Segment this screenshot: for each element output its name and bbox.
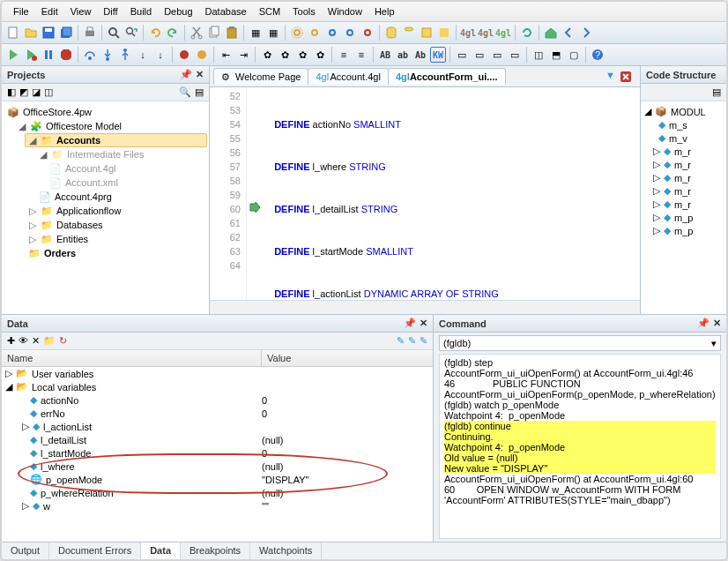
tree-item1-icon[interactable]: ◧: [7, 86, 16, 98]
stop-icon[interactable]: [58, 47, 74, 63]
add-watch-icon[interactable]: ✚: [7, 335, 15, 347]
close-panel-icon[interactable]: ✕: [713, 318, 721, 329]
var-name[interactable]: actionNo: [41, 395, 78, 406]
layout2-icon[interactable]: ▭: [472, 47, 487, 63]
home-icon[interactable]: [543, 25, 559, 41]
collapse-icon[interactable]: ◢: [39, 149, 48, 161]
step-out-icon[interactable]: [117, 47, 133, 63]
command-input[interactable]: (fgldb)▾: [439, 335, 721, 351]
menu-build[interactable]: Build: [124, 4, 158, 19]
gear-icon[interactable]: [289, 25, 305, 41]
menu-window[interactable]: Window: [322, 4, 368, 19]
menu-tools[interactable]: Tools: [286, 4, 322, 19]
expand-icon[interactable]: ▷: [653, 185, 660, 197]
code-body[interactable]: DEFINE actionNo SMALLINT DEFINE l_where …: [263, 87, 640, 300]
tree-item4-icon[interactable]: ◫: [44, 86, 53, 98]
pin-icon[interactable]: 📌: [697, 318, 709, 329]
var-name[interactable]: l_startMode: [41, 448, 91, 459]
expand-icon[interactable]: ▷: [28, 234, 37, 245]
btab-output[interactable]: Output: [2, 542, 49, 559]
tree-item2-icon[interactable]: ◩: [19, 86, 28, 98]
tree-folder-3[interactable]: Orders: [44, 248, 76, 258]
compile-icon[interactable]: ▦: [248, 25, 264, 41]
struct-item[interactable]: m_v: [669, 133, 687, 144]
expand-icon[interactable]: ▷: [653, 172, 660, 183]
var-name[interactable]: l_actionList: [43, 422, 92, 432]
layout1-icon[interactable]: ▭: [454, 47, 470, 63]
var-value[interactable]: "": [262, 501, 429, 512]
bookmark-icon[interactable]: ✿: [259, 47, 275, 63]
struct-filter-icon[interactable]: ▤: [712, 86, 721, 98]
gear4-icon[interactable]: [342, 25, 358, 41]
prev-icon[interactable]: [561, 25, 576, 41]
close-panel-icon[interactable]: ✕: [196, 69, 204, 80]
db4-icon[interactable]: [436, 25, 452, 41]
menu-edit[interactable]: Edit: [35, 4, 64, 19]
paste-icon[interactable]: [224, 25, 240, 41]
menu-view[interactable]: View: [64, 4, 98, 19]
btab-breakpoints[interactable]: Breakpoints: [181, 542, 250, 559]
save-icon[interactable]: [41, 25, 56, 41]
var-value[interactable]: (null): [262, 488, 429, 498]
expand-icon[interactable]: ▷: [653, 159, 660, 170]
layout3-icon[interactable]: ▭: [489, 47, 505, 63]
4gl2-badge-icon[interactable]: 4gl: [478, 25, 494, 41]
bookmark-next-icon[interactable]: ✿: [294, 47, 310, 63]
indent-icon[interactable]: ⇥: [235, 47, 251, 63]
struct-item[interactable]: m_p: [674, 213, 693, 223]
var-name[interactable]: l_where: [41, 461, 75, 472]
data-grid[interactable]: ▷📂User variables ◢📂Local variables ◆acti…: [2, 367, 433, 542]
struct-root[interactable]: MODUL: [671, 107, 706, 117]
delete-watch-icon[interactable]: ✕: [32, 335, 40, 347]
collapse-icon[interactable]: ◢: [5, 381, 12, 393]
tab-close-all-icon[interactable]: [619, 70, 633, 84]
bookmark-prev-icon[interactable]: ✿: [277, 47, 293, 63]
btab-doc-errors[interactable]: Document Errors: [49, 542, 141, 559]
tree-model[interactable]: Officestore Model: [46, 121, 122, 131]
new-file-icon[interactable]: [5, 25, 21, 41]
close-panel-icon[interactable]: ✕: [420, 318, 427, 329]
btab-watchpoints[interactable]: Watchpoints: [250, 542, 322, 559]
pin-icon[interactable]: 📌: [404, 318, 416, 329]
find-icon[interactable]: [106, 25, 122, 41]
copy-icon[interactable]: [206, 25, 222, 41]
tool3-icon[interactable]: ✎: [420, 335, 427, 347]
tree-accounts[interactable]: Accounts: [56, 135, 100, 146]
run-icon[interactable]: [5, 47, 21, 63]
expand-icon[interactable]: ▷: [653, 198, 660, 210]
tool2-icon[interactable]: ✎: [408, 335, 416, 347]
struct-item[interactable]: m_p: [674, 226, 693, 236]
redo-icon[interactable]: [165, 25, 181, 41]
collapse-icon[interactable]: ◢: [18, 121, 26, 132]
struct-item[interactable]: m_r: [674, 160, 691, 170]
var-name[interactable]: errNo: [41, 408, 65, 419]
outdent-icon[interactable]: ⇤: [218, 47, 234, 63]
var-value[interactable]: (null): [262, 435, 429, 445]
tree-gear-icon[interactable]: ▤: [195, 86, 204, 98]
var-value[interactable]: 0: [262, 395, 429, 406]
layout4-icon[interactable]: ▭: [507, 47, 523, 63]
tree-folder-0[interactable]: Applicationflow: [56, 206, 121, 216]
tab-accountform[interactable]: 4glAccountForm_ui....: [388, 68, 506, 85]
find-next-icon[interactable]: [123, 25, 139, 41]
ab-mix-button[interactable]: Ab: [412, 47, 428, 63]
step-over-icon[interactable]: [82, 47, 98, 63]
var-name[interactable]: l_detailList: [41, 435, 86, 445]
help-icon[interactable]: ?: [590, 47, 605, 63]
tree-int-file-0[interactable]: Account.4gl: [65, 163, 115, 174]
folder2-icon[interactable]: 📁: [43, 335, 56, 347]
code-editor[interactable]: 52535455565758596061626364 DEFINE action…: [210, 87, 640, 300]
expand-icon[interactable]: ▷: [22, 500, 29, 512]
tree-intermediate[interactable]: Intermediate Files: [67, 149, 144, 160]
save-all-icon[interactable]: [58, 25, 74, 41]
step-into-icon[interactable]: [100, 47, 115, 63]
menu-diff[interactable]: Diff: [97, 4, 123, 19]
pin-icon[interactable]: 📌: [180, 69, 192, 80]
struct-item[interactable]: m_r: [674, 173, 691, 183]
breakpoint-icon[interactable]: [176, 47, 192, 63]
tree-filter-icon[interactable]: 🔍: [179, 86, 191, 98]
gear3-icon[interactable]: [324, 25, 340, 41]
comment-icon[interactable]: ≡: [336, 47, 352, 63]
single-pane-icon[interactable]: ▢: [566, 47, 582, 63]
debug-run-icon[interactable]: [23, 47, 39, 63]
